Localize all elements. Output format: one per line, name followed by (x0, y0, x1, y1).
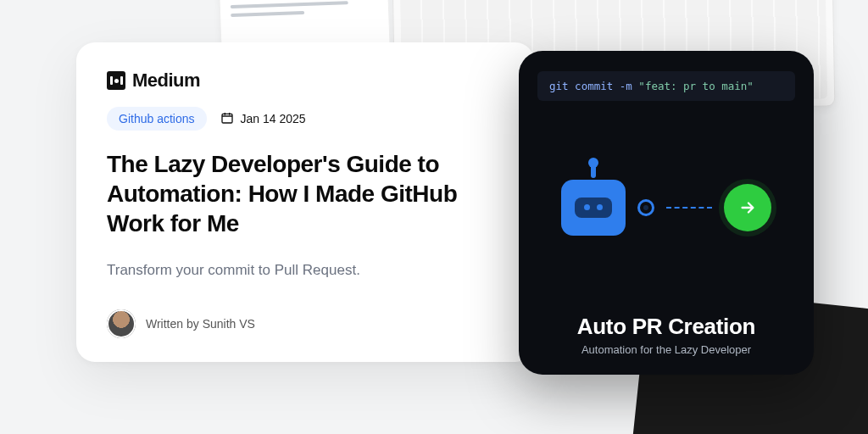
brand-name: Medium (132, 70, 200, 92)
author-byline: Written by Sunith VS (146, 317, 255, 331)
flow-connector (666, 207, 712, 209)
publish-date: Jan 14 2025 (220, 111, 306, 127)
author-row: Written by Sunith VS (107, 309, 504, 338)
article-subtitle: Transform your commit to Pull Request. (107, 262, 504, 279)
run-button[interactable] (724, 184, 771, 231)
git-command-string: "feat: pr to main" (638, 80, 753, 92)
promo-title: Auto PR Creation (537, 314, 795, 340)
article-card: Medium Github actions Jan 14 2025 The La… (76, 42, 534, 362)
article-title: The Lazy Developer's Guide to Automation… (107, 149, 504, 238)
git-command-prefix: git commit -m (549, 80, 638, 92)
author-avatar[interactable] (107, 309, 136, 338)
brand-row: Medium (107, 70, 504, 92)
meta-row: Github actions Jan 14 2025 (107, 107, 504, 131)
medium-logo-icon (107, 71, 125, 90)
robot-icon (561, 180, 626, 236)
promo-panel: git commit -m "feat: pr to main" Auto PR… (519, 51, 814, 375)
date-text: Jan 14 2025 (241, 112, 306, 125)
git-command: git commit -m "feat: pr to main" (537, 71, 795, 101)
topic-tag[interactable]: Github actions (107, 107, 207, 131)
promo-subtitle: Automation for the Lazy Developer (537, 343, 795, 356)
svg-rect-0 (222, 114, 232, 123)
calendar-icon (220, 111, 234, 127)
flow-diagram (537, 101, 795, 314)
arrow-right-icon (738, 198, 757, 217)
pipeline-node-icon (637, 199, 654, 216)
